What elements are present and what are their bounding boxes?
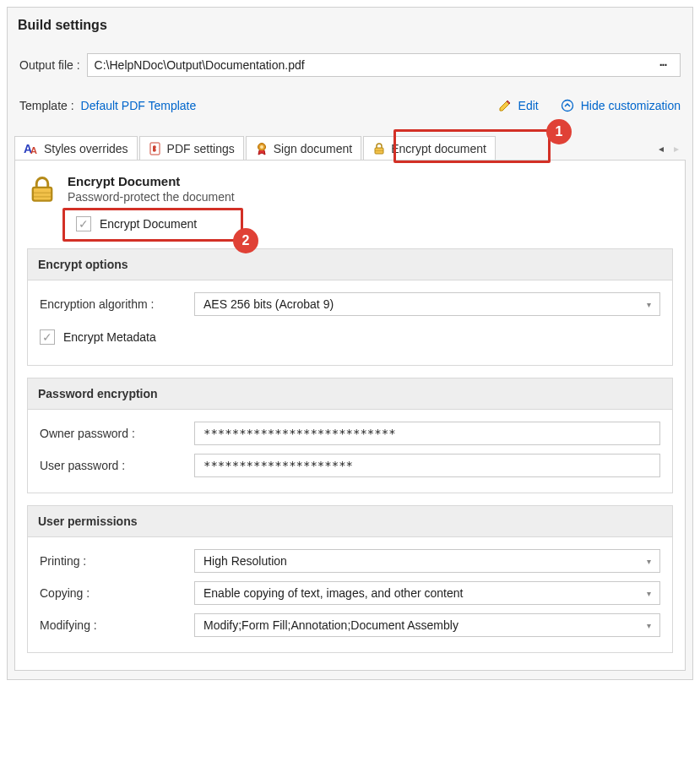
encrypt-options-group: Encrypt options Encryption algorithm : A… <box>27 248 673 366</box>
chevron-down-icon: ▾ <box>647 589 651 598</box>
chevron-down-icon: ▾ <box>647 621 651 630</box>
encrypt-document-checkbox-label: Encrypt Document <box>100 217 197 231</box>
build-settings-panel: Build settings Output file : C:\HelpNDoc… <box>7 7 693 680</box>
user-permissions-group: User permissions Printing : High Resolut… <box>27 505 673 653</box>
badge-2: 2 <box>233 228 258 253</box>
svg-point-0 <box>562 101 572 112</box>
tab-prev[interactable]: ◂ <box>659 143 664 155</box>
copying-label: Copying : <box>40 586 187 600</box>
lock-icon <box>372 142 386 155</box>
rosette-icon <box>255 142 269 155</box>
user-permissions-header: User permissions <box>28 506 672 537</box>
tab-label: PDF settings <box>167 142 235 155</box>
password-encryption-group: Password encryption Owner password : ***… <box>27 378 673 493</box>
svg-rect-9 <box>33 192 52 193</box>
collapse-icon <box>561 99 574 112</box>
modifying-value: Modify;Form Fill;Annotation;Document Ass… <box>203 618 459 632</box>
svg-point-5 <box>260 145 263 149</box>
copying-select[interactable]: Enable copying of text, images, and othe… <box>194 581 660 605</box>
chevron-down-icon: ▾ <box>647 300 651 309</box>
browse-button[interactable]: ··· <box>653 58 673 72</box>
user-password-value: ********************* <box>203 459 353 472</box>
badge-1: 1 <box>546 119 572 144</box>
owner-password-input[interactable]: *************************** <box>194 422 660 445</box>
output-file-value: C:\HelpNDoc\Output\Documentation.pdf <box>95 58 653 72</box>
tab-label: Encrypt document <box>391 142 486 155</box>
template-link[interactable]: Default PDF Template <box>81 99 197 112</box>
tab-label: Sign document <box>274 142 352 155</box>
tab-nav: ◂ ▸ <box>652 143 686 160</box>
printing-label: Printing : <box>40 554 187 568</box>
encrypt-title: Encrypt Document <box>68 174 235 188</box>
hide-customization-link[interactable]: Hide customization <box>581 99 681 112</box>
svg-rect-7 <box>375 150 383 151</box>
encrypt-document-checkbox[interactable] <box>76 216 91 231</box>
lock-icon-large <box>27 174 57 204</box>
encrypt-options-header: Encrypt options <box>28 249 672 280</box>
modifying-select[interactable]: Modify;Form Fill;Annotation;Document Ass… <box>194 613 660 637</box>
tab-sign-document[interactable]: Sign document <box>246 136 361 161</box>
template-label: Template : <box>19 99 74 112</box>
encrypt-section-header: Encrypt Document Password-protect the do… <box>27 174 673 204</box>
printing-value: High Resolution <box>203 554 287 568</box>
tabs: AA Styles overrides PDF settings Sign do… <box>8 124 692 160</box>
tab-styles-overrides[interactable]: AA Styles overrides <box>14 136 138 161</box>
svg-rect-10 <box>33 196 52 198</box>
tab-label: Styles overrides <box>44 142 128 155</box>
pdf-icon <box>149 142 162 155</box>
panel-title: Build settings <box>8 8 692 48</box>
owner-password-value: *************************** <box>203 427 396 440</box>
password-encryption-header: Password encryption <box>28 378 672 410</box>
encrypt-metadata-label: Encrypt Metadata <box>63 330 156 344</box>
encryption-algorithm-label: Encryption algorithm : <box>40 297 187 311</box>
tab-next[interactable]: ▸ <box>674 143 679 155</box>
encrypt-metadata-checkbox[interactable] <box>40 329 55 345</box>
tab-pdf-settings[interactable]: PDF settings <box>139 136 244 161</box>
pencil-icon <box>498 99 512 112</box>
output-file-row: Output file : C:\HelpNDoc\Output\Documen… <box>8 48 692 82</box>
printing-select[interactable]: High Resolution ▾ <box>194 549 660 573</box>
svg-text:A: A <box>30 145 37 155</box>
encryption-algorithm-select[interactable]: AES 256 bits (Acrobat 9) ▾ <box>194 292 660 316</box>
svg-rect-8 <box>33 188 52 201</box>
copying-value: Enable copying of text, images, and othe… <box>203 586 463 600</box>
output-file-label: Output file : <box>19 58 80 72</box>
tab-encrypt-document[interactable]: Encrypt document <box>363 136 496 161</box>
encryption-algorithm-value: AES 256 bits (Acrobat 9) <box>203 297 334 311</box>
template-row: Template : Default PDF Template Edit Hid… <box>8 82 692 124</box>
encrypt-tab-content: Encrypt Document Password-protect the do… <box>14 160 686 671</box>
owner-password-label: Owner password : <box>40 427 187 440</box>
edit-link[interactable]: Edit <box>518 99 539 112</box>
output-file-input[interactable]: C:\HelpNDoc\Output\Documentation.pdf ··· <box>87 53 681 77</box>
user-password-label: User password : <box>40 459 187 472</box>
modifying-label: Modifying : <box>40 618 187 632</box>
styles-icon: AA <box>24 142 39 155</box>
chevron-down-icon: ▾ <box>647 557 651 566</box>
user-password-input[interactable]: ********************* <box>194 454 660 477</box>
encrypt-subtitle: Password-protect the document <box>68 190 235 204</box>
